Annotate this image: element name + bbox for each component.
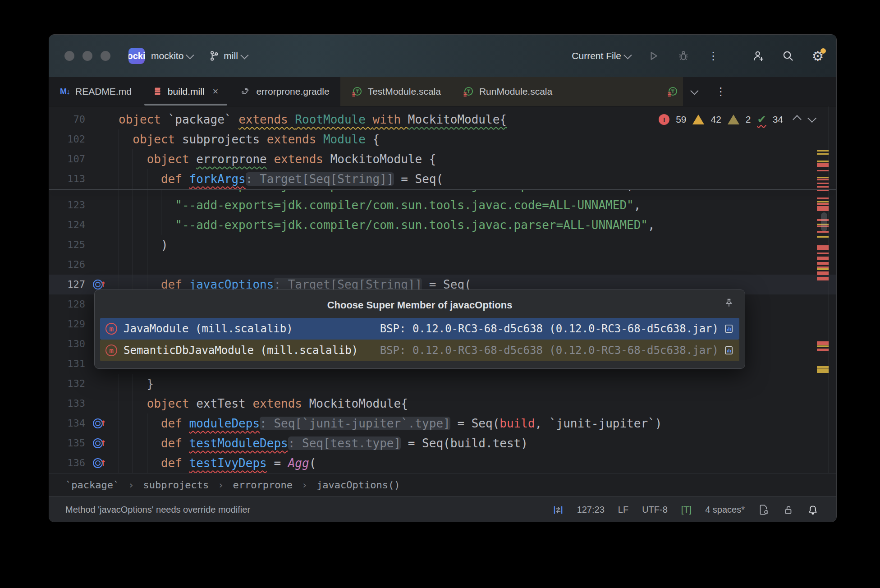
line-number[interactable]: 135 (49, 433, 89, 453)
tab-truncated[interactable] (667, 77, 683, 106)
line-number[interactable]: 136 (49, 453, 89, 473)
stripe-error-mark[interactable] (817, 203, 829, 205)
stripe-error-mark[interactable] (817, 257, 829, 260)
stripe-warning-mark[interactable] (817, 366, 829, 368)
line-number[interactable]: 134 (49, 413, 89, 433)
stripe-error-mark[interactable] (817, 245, 829, 250)
code-line-126[interactable]: 126 (49, 255, 836, 275)
override-gutter-icon[interactable]: ↑ (93, 418, 103, 428)
code-text[interactable]: "--add-exports=jdk.compiler/com.sun.tool… (107, 195, 836, 215)
previous-problem-button[interactable] (793, 115, 802, 124)
indent-setting[interactable]: 4 spaces* (705, 505, 745, 515)
stripe-error-mark[interactable] (817, 262, 829, 265)
code-with-me-button[interactable] (752, 49, 765, 63)
line-number[interactable]: 131 (49, 354, 89, 374)
stripe-error-mark[interactable] (817, 183, 829, 184)
popup-item-javamodule[interactable]: m JavaModule (mill.scalalib) BSP: 0.12.0… (100, 318, 739, 340)
close-icon[interactable]: × (213, 86, 219, 97)
stripe-error-mark[interactable] (817, 206, 829, 211)
code-text[interactable]: object subprojects extends Module { (107, 129, 836, 149)
override-gutter-icon[interactable]: ↑ (93, 438, 103, 448)
error-stripe[interactable] (817, 106, 829, 473)
tab-list-dropdown-button[interactable] (683, 77, 708, 106)
code-text[interactable]: def testModuleDeps: Seq[test.type] = Seq… (107, 433, 836, 453)
stripe-warning-mark[interactable] (817, 201, 829, 202)
code-text[interactable]: "--add-exports=jdk.compiler/com.sun.tool… (107, 190, 836, 195)
code-line-134[interactable]: 134↑ def moduleDeps: Seq[`junit-jupiter`… (49, 413, 836, 433)
inspection-widget[interactable]: ! 59 ! 42 ! 2 ✔ 34 (659, 113, 816, 126)
stripe-error-mark[interactable] (817, 163, 829, 167)
status-message[interactable]: Method 'javacOptions' needs override mod… (65, 505, 250, 515)
code-text[interactable]: object extTest extends MockitoModule{ (107, 394, 836, 413)
code-text[interactable]: def moduleDeps: Seq[`junit-jupiter`.type… (107, 413, 836, 433)
stripe-warning-mark[interactable] (817, 177, 829, 178)
stripe-error-mark[interactable] (817, 277, 829, 280)
code-line-partial[interactable]: "--add-exports=jdk.compiler/com.sun.tool… (49, 190, 836, 195)
traffic-light-close[interactable] (64, 51, 74, 61)
code-line-124[interactable]: 124 "--add-exports=jdk.compiler/com.sun.… (49, 215, 836, 235)
breadcrumb-javacoptions[interactable]: javacOptions() (316, 479, 400, 491)
tab-options-button[interactable]: ⋮ (708, 77, 733, 106)
stripe-error-mark[interactable] (817, 253, 829, 254)
breadcrumb-package[interactable]: `package` (65, 479, 119, 491)
stripe-warning-mark[interactable] (817, 368, 829, 373)
debug-button[interactable] (677, 49, 690, 63)
tab-readme-md[interactable]: M↓ README.md (49, 77, 142, 106)
code-line-102[interactable]: 102 object subprojects extends Module { (49, 129, 836, 149)
stripe-error-mark[interactable] (817, 186, 829, 188)
line-number[interactable]: 124 (49, 215, 89, 235)
breadcrumb-subprojects[interactable]: subprojects (143, 479, 209, 491)
line-number[interactable]: 129 (49, 314, 89, 334)
traffic-light-minimize[interactable] (82, 51, 92, 61)
code-line-123[interactable]: 123 "--add-exports=jdk.compiler/com.sun.… (49, 195, 836, 215)
code-text[interactable]: } (107, 374, 836, 394)
line-number[interactable]: 130 (49, 334, 89, 354)
stripe-warning-mark[interactable] (817, 268, 829, 270)
scrollbar-thumb[interactable] (821, 212, 827, 231)
line-number[interactable]: 113 (49, 169, 89, 189)
code-line-133[interactable]: 133 object extTest extends MockitoModule… (49, 394, 836, 413)
settings-button[interactable]: ⚙ (811, 49, 825, 63)
code-line-125[interactable]: 125 ) (49, 235, 836, 255)
stripe-error-mark[interactable] (817, 190, 829, 191)
caret-position[interactable]: 127:23 (577, 505, 605, 515)
code-text[interactable]: "--add-exports=jdk.compiler/com.sun.tool… (107, 215, 836, 235)
override-gutter-icon[interactable]: ↑ (93, 280, 103, 289)
notifications-bell-icon[interactable] (807, 505, 818, 515)
code-line-132[interactable]: 132 } (49, 374, 836, 394)
code-line-135[interactable]: 135↑ def testModuleDeps: Seq[test.type] … (49, 433, 836, 453)
code-line-107[interactable]: 107 object errorprone extends MockitoMod… (49, 149, 836, 169)
code-editor[interactable]: 70object `package` extends RootModule wi… (49, 106, 836, 473)
indent-guides-icon[interactable] (553, 505, 564, 515)
highlight-level-badge[interactable]: [T] (681, 505, 692, 515)
line-number[interactable]: 133 (49, 394, 89, 413)
line-number[interactable]: 126 (49, 255, 89, 275)
code-line-113[interactable]: 113 def forkArgs: Target[Seq[String]] = … (49, 169, 836, 189)
line-number[interactable]: 132 (49, 374, 89, 394)
stripe-warning-mark[interactable] (817, 236, 829, 238)
tab-runmodule-scala[interactable]: RunModule.scala (452, 77, 563, 106)
vcs-branch-widget[interactable]: mill (209, 51, 248, 61)
line-number[interactable] (49, 190, 89, 195)
stripe-error-mark[interactable] (817, 349, 829, 351)
line-number[interactable]: 70 (49, 110, 89, 129)
stripe-warning-mark[interactable] (817, 161, 829, 162)
override-gutter-icon[interactable]: ↑ (93, 458, 103, 468)
project-widget[interactable]: mockito (151, 51, 194, 61)
line-number[interactable]: 125 (49, 235, 89, 255)
code-text[interactable]: def forkArgs: Target[Seq[String]] = Seq( (107, 169, 836, 189)
stripe-error-mark[interactable] (817, 341, 829, 345)
line-number[interactable]: 102 (49, 129, 89, 149)
code-text[interactable] (107, 255, 836, 275)
stripe-error-mark[interactable] (817, 271, 829, 275)
code-text[interactable]: object errorprone extends MockitoModule … (107, 149, 836, 169)
lock-unlocked-icon[interactable] (783, 505, 794, 515)
stripe-error-mark[interactable] (817, 170, 829, 171)
tab-errorprone-gradle[interactable]: errorprone.gradle (229, 77, 340, 106)
code-line-136[interactable]: 136↑ def testIvyDeps = Agg( (49, 453, 836, 473)
popup-item-semanticdbjavamodule[interactable]: m SemanticDbJavaModule (mill.scalalib) B… (100, 340, 739, 361)
code-style-file-icon[interactable] (758, 504, 770, 515)
stripe-warning-mark[interactable] (817, 345, 829, 347)
code-text[interactable]: ) (107, 235, 836, 255)
search-everywhere-button[interactable] (781, 49, 795, 63)
